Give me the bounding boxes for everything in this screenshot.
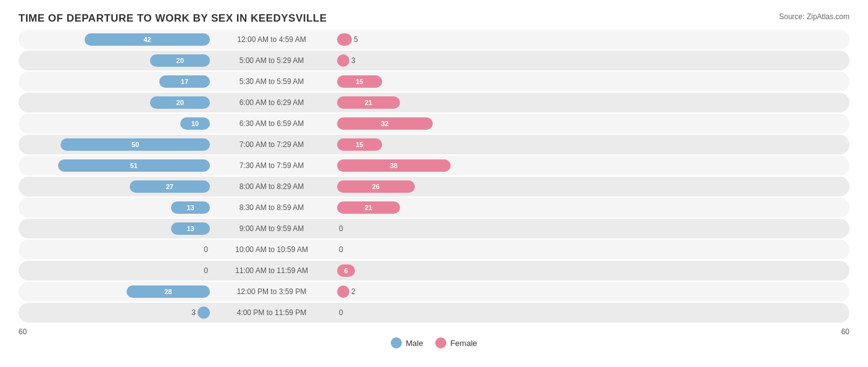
female-bar-wrap: 21: [337, 201, 849, 214]
left-section: 50 50: [19, 138, 210, 151]
female-bar-wrap: 2: [337, 285, 849, 298]
female-bar: [337, 285, 349, 298]
male-bar-wrap: 10 10: [19, 117, 210, 130]
female-value-label: 0: [339, 245, 343, 254]
time-label: 8:30 AM to 8:59 AM: [210, 203, 333, 212]
male-bar-wrap: 17 17: [19, 75, 210, 88]
male-bar: 27: [130, 180, 211, 193]
bottom-area: 60 60 Male Female: [19, 325, 849, 348]
time-label: 6:00 AM to 6:29 AM: [210, 98, 333, 107]
female-bar-wrap: 0: [337, 224, 849, 233]
male-bar: 42: [85, 33, 210, 46]
time-label: 11:00 AM to 11:59 AM: [210, 266, 333, 275]
male-value-label: 0: [204, 266, 208, 275]
male-bar: [198, 306, 210, 319]
legend: Male Female: [19, 337, 849, 348]
female-bar: 38: [337, 159, 451, 172]
left-section: 51 51: [19, 159, 210, 172]
female-bar: [337, 33, 352, 46]
right-section: 3: [333, 54, 849, 67]
axis-left-label: 60: [19, 327, 27, 336]
chart-row: 27 27 8:00 AM to 8:29 AM 26: [19, 177, 849, 196]
right-section: 2: [333, 285, 849, 298]
time-label: 12:00 AM to 4:59 AM: [210, 35, 333, 44]
female-value-label: 2: [351, 287, 356, 296]
male-bar: 20: [150, 54, 210, 67]
right-section: 21: [333, 96, 849, 109]
male-bar-wrap: 13 13: [19, 222, 210, 235]
female-value-label: 0: [339, 224, 343, 233]
female-value-label: 5: [354, 35, 358, 44]
right-section: 26: [333, 180, 849, 193]
female-bar: 26: [337, 180, 415, 193]
time-label: 7:00 AM to 7:29 AM: [210, 140, 333, 149]
time-label: 7:30 AM to 7:59 AM: [210, 161, 333, 170]
female-label: Female: [450, 339, 477, 348]
chart-row: 13 13 9:00 AM to 9:59 AM 0: [19, 219, 849, 238]
source-text: Source: ZipAtlas.com: [779, 12, 849, 21]
male-bar-wrap: 3: [19, 306, 210, 319]
female-bar: 6: [337, 264, 355, 277]
male-bar-wrap: 27 27: [19, 180, 210, 193]
male-label: Male: [406, 339, 423, 348]
male-bar: 50: [61, 138, 210, 151]
female-bar: 21: [337, 96, 400, 109]
female-bar-wrap: 0: [337, 308, 849, 317]
chart-row: 0 11:00 AM to 11:59 AM 6: [19, 261, 849, 281]
right-section: 15: [333, 138, 849, 151]
male-bar: 13: [171, 222, 210, 235]
female-bar-wrap: 3: [337, 54, 849, 67]
chart-row: 20 20 5:00 AM to 5:29 AM 3: [19, 51, 849, 70]
time-label: 8:00 AM to 8:29 AM: [210, 182, 333, 191]
left-section: 42 42: [19, 33, 210, 46]
male-bar-wrap: 51 51: [19, 159, 210, 172]
time-label: 10:00 AM to 10:59 AM: [210, 245, 333, 254]
chart-container: TIME OF DEPARTURE TO WORK BY SEX IN KEED…: [0, 0, 868, 367]
time-label: 5:00 AM to 5:29 AM: [210, 56, 333, 65]
female-value-label: 0: [339, 308, 343, 317]
male-bar-wrap: 42 42: [19, 33, 210, 46]
chart-row: 17 17 5:30 AM to 5:59 AM 15: [19, 72, 849, 91]
male-bar-wrap: 50 50: [19, 138, 210, 151]
chart-row: 42 42 12:00 AM to 4:59 AM 5: [19, 30, 849, 49]
axis-right-label: 60: [841, 327, 849, 336]
male-bar-wrap: 28 28: [19, 285, 210, 298]
female-value-label: 3: [351, 56, 356, 65]
female-bar-wrap: 26: [337, 180, 849, 193]
female-bar-wrap: 15: [337, 138, 849, 151]
male-bar-wrap: 20 20: [19, 54, 210, 67]
left-section: 0: [19, 266, 210, 275]
time-label: 12:00 PM to 3:59 PM: [210, 287, 333, 296]
time-label: 6:30 AM to 6:59 AM: [210, 119, 333, 128]
chart-row: 50 50 7:00 AM to 7:29 AM 15: [19, 135, 849, 154]
right-section: 5: [333, 33, 849, 46]
female-bar-wrap: 32: [337, 117, 849, 130]
chart-row: 51 51 7:30 AM to 7:59 AM 38: [19, 156, 849, 175]
female-bar: 15: [337, 138, 382, 151]
female-bar-wrap: 38: [337, 159, 849, 172]
female-bar: 21: [337, 201, 400, 214]
axis-bottom: 60 60: [19, 327, 849, 336]
right-section: 0: [333, 308, 849, 317]
chart-rows: 42 42 12:00 AM to 4:59 AM 5 20 20 5:00 A…: [19, 30, 849, 323]
left-section: 10 10: [19, 117, 210, 130]
right-section: 0: [333, 224, 849, 233]
left-section: 20 20: [19, 96, 210, 109]
male-bar-wrap: 13 13: [19, 201, 210, 214]
left-section: 13 13: [19, 222, 210, 235]
male-bar-wrap: 0: [19, 266, 210, 275]
female-bar-wrap: 6: [337, 264, 849, 277]
male-bar: 10: [180, 117, 210, 130]
male-bar-wrap: 20 20: [19, 96, 210, 109]
male-bar-wrap: 0: [19, 245, 210, 254]
time-label: 4:00 PM to 11:59 PM: [210, 308, 333, 317]
right-section: 15: [333, 75, 849, 88]
chart-row: 10 10 6:30 AM to 6:59 AM 32: [19, 114, 849, 133]
right-section: 38: [333, 159, 849, 172]
left-section: 13 13: [19, 201, 210, 214]
male-value-label: 3: [191, 308, 196, 317]
female-bar: [337, 54, 349, 67]
chart-title: TIME OF DEPARTURE TO WORK BY SEX IN KEED…: [19, 12, 849, 25]
left-section: 27 27: [19, 180, 210, 193]
male-bar: 13: [171, 201, 210, 214]
